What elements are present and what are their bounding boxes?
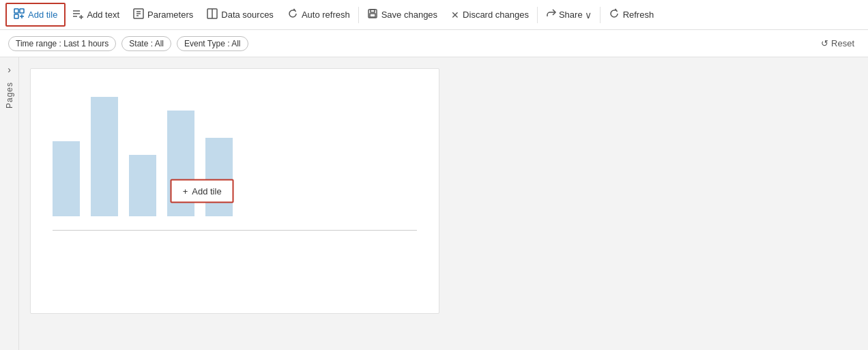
- divider-1: [358, 7, 359, 23]
- data-sources-button[interactable]: Data sources: [200, 4, 280, 25]
- parameters-button[interactable]: Parameters: [126, 4, 200, 25]
- parameters-label: Parameters: [147, 10, 193, 20]
- auto-refresh-icon: [287, 8, 298, 21]
- bar-group-3: [129, 155, 156, 216]
- add-text-button[interactable]: Add text: [66, 4, 126, 25]
- add-tile-center-icon: +: [183, 186, 188, 196]
- filter-row: Time range : Last 1 hours State : All Ev…: [0, 30, 868, 57]
- share-label: Share: [559, 10, 583, 20]
- pages-label: Pages: [5, 82, 14, 108]
- save-changes-icon: [367, 8, 378, 21]
- divider-3: [600, 7, 601, 23]
- time-range-filter[interactable]: Time range : Last 1 hours: [8, 36, 116, 51]
- bar-group-1: [53, 141, 80, 216]
- add-text-label: Add text: [87, 10, 119, 20]
- svg-rect-17: [371, 10, 375, 12]
- main-area: › Pages: [0, 57, 868, 350]
- data-sources-icon: [207, 8, 218, 21]
- discard-changes-icon: ✕: [451, 10, 459, 20]
- reset-button[interactable]: ↺ Reset: [815, 35, 860, 51]
- add-tile-button[interactable]: Add tile: [5, 3, 66, 27]
- toolbar: Add tile Add text Parameters: [0, 0, 868, 30]
- svg-rect-0: [14, 9, 18, 13]
- time-range-label: Time range : Last 1 hours: [16, 39, 108, 48]
- canvas-area: + Add tile: [19, 57, 868, 350]
- save-changes-button[interactable]: Save changes: [360, 4, 444, 25]
- chevron-down-icon: ∨: [585, 10, 592, 20]
- svg-rect-18: [370, 14, 375, 17]
- refresh-button[interactable]: Refresh: [602, 4, 661, 25]
- bar-2-1: [91, 97, 118, 216]
- svg-rect-2: [14, 14, 18, 18]
- add-tile-center-button[interactable]: + Add tile: [171, 179, 234, 203]
- discard-changes-button[interactable]: ✕ Discard changes: [444, 5, 536, 25]
- chart-area: [42, 80, 428, 216]
- add-tile-icon: [14, 8, 25, 21]
- add-text-icon: [72, 8, 83, 21]
- bar-5-1: [205, 138, 233, 216]
- bar-group-5: [205, 138, 233, 216]
- auto-refresh-button[interactable]: Auto refresh: [280, 4, 357, 25]
- bar-1-1: [53, 141, 80, 216]
- side-panel: › Pages: [0, 57, 19, 350]
- svg-rect-1: [20, 9, 24, 13]
- dashboard-panel: + Add tile: [30, 68, 439, 314]
- discard-changes-label: Discard changes: [463, 10, 529, 20]
- reset-icon: ↺: [821, 38, 828, 48]
- add-tile-label: Add tile: [28, 10, 57, 20]
- add-tile-center-label: Add tile: [192, 186, 221, 196]
- side-arrow[interactable]: ›: [6, 63, 12, 76]
- share-icon: [546, 8, 557, 21]
- reset-label: Reset: [831, 38, 854, 48]
- refresh-label: Refresh: [623, 10, 654, 20]
- bar-group-2: [91, 97, 118, 216]
- event-type-label: Event Type : All: [184, 39, 241, 48]
- data-sources-label: Data sources: [221, 10, 274, 20]
- bar-3-1: [129, 155, 156, 216]
- auto-refresh-label: Auto refresh: [302, 10, 350, 20]
- event-type-filter[interactable]: Event Type : All: [177, 36, 248, 51]
- state-label: State : All: [129, 39, 164, 48]
- refresh-icon: [609, 8, 620, 21]
- share-button[interactable]: Share ∨: [539, 4, 598, 25]
- state-filter[interactable]: State : All: [121, 36, 171, 51]
- parameters-icon: [133, 8, 144, 21]
- chart-x-axis: [53, 230, 417, 231]
- save-changes-label: Save changes: [381, 10, 437, 20]
- divider-2: [537, 7, 538, 23]
